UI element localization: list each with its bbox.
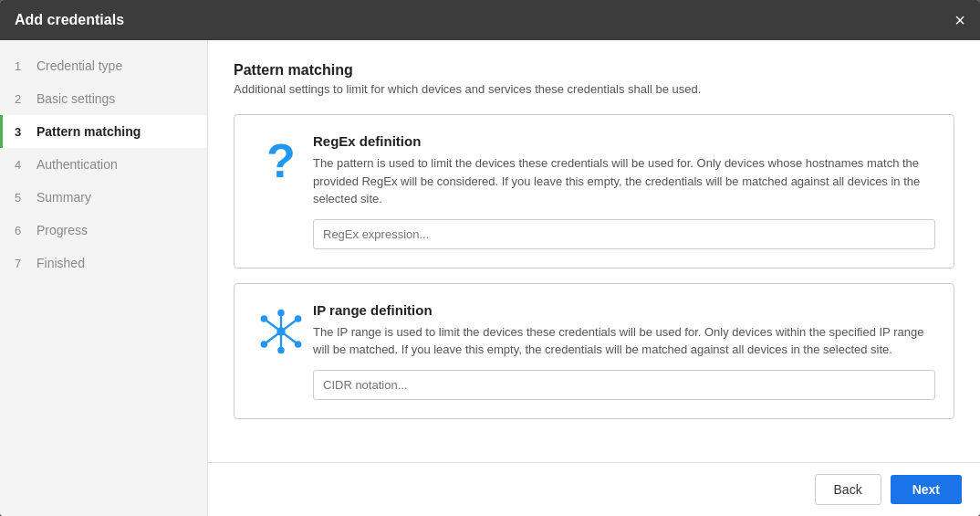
back-button[interactable]: Back: [815, 474, 881, 505]
modal-body: 1 Credential type 2 Basic settings 3 Pat…: [0, 40, 980, 516]
step-number: 6: [15, 224, 27, 237]
modal-header: Add credentials ×: [0, 0, 980, 40]
sidebar-item-label: Credential type: [36, 58, 122, 73]
sidebar-item-label: Progress: [36, 223, 88, 237]
svg-point-12: [277, 346, 284, 353]
page-title: Pattern matching: [234, 62, 954, 79]
network-icon: [249, 302, 313, 357]
svg-point-10: [295, 341, 301, 347]
question-mark-icon: ?: [249, 133, 313, 184]
ip-range-card-body: IP range definition The IP range is used…: [313, 302, 935, 400]
ip-range-card-description: The IP range is used to limit the device…: [313, 323, 935, 359]
sidebar-item-label: Summary: [36, 190, 91, 205]
close-button[interactable]: ×: [954, 11, 965, 29]
step-number: 3: [15, 125, 27, 139]
modal-title: Add credentials: [15, 12, 124, 28]
regex-card-description: The pattern is used to limit the devices…: [313, 154, 935, 208]
svg-point-7: [261, 315, 267, 321]
ip-range-definition-card: IP range definition The IP range is used…: [234, 283, 954, 419]
sidebar-item-authentication[interactable]: 4 Authentication: [0, 148, 207, 181]
sidebar-item-basic-settings[interactable]: 2 Basic settings: [0, 82, 207, 115]
regex-card-body: RegEx definition The pattern is used to …: [313, 133, 935, 249]
sidebar-item-progress[interactable]: 6 Progress: [0, 214, 207, 247]
add-credentials-modal: Add credentials × 1 Credential type 2 Ba…: [0, 0, 980, 516]
sidebar-item-label: Authentication: [36, 157, 118, 172]
svg-point-9: [261, 341, 267, 347]
step-number: 2: [15, 92, 27, 106]
sidebar: 1 Credential type 2 Basic settings 3 Pat…: [0, 40, 208, 516]
regex-definition-card: ? RegEx definition The pattern is used t…: [234, 114, 954, 269]
step-number: 1: [15, 59, 27, 73]
sidebar-item-pattern-matching[interactable]: 3 Pattern matching: [0, 115, 207, 148]
sidebar-item-credential-type[interactable]: 1 Credential type: [0, 49, 207, 82]
step-number: 7: [15, 257, 27, 270]
main-content: Pattern matching Additional settings to …: [208, 40, 980, 516]
sidebar-item-summary[interactable]: 5 Summary: [0, 181, 207, 214]
sidebar-item-label: Pattern matching: [36, 124, 141, 139]
ip-range-card-title: IP range definition: [313, 302, 935, 318]
svg-point-8: [295, 315, 301, 321]
cidr-input[interactable]: [313, 370, 935, 400]
step-number: 4: [15, 158, 27, 172]
sidebar-item-finished[interactable]: 7 Finished: [0, 247, 207, 279]
content-area: Pattern matching Additional settings to …: [208, 40, 980, 462]
step-number: 5: [15, 191, 27, 205]
next-button[interactable]: Next: [891, 475, 962, 504]
regex-card-title: RegEx definition: [313, 133, 935, 149]
sidebar-item-label: Finished: [36, 256, 85, 270]
modal-footer: Back Next: [208, 462, 980, 516]
page-subtitle: Additional settings to limit for which d…: [234, 82, 954, 96]
svg-point-11: [277, 309, 284, 315]
regex-input[interactable]: [313, 219, 935, 249]
sidebar-item-label: Basic settings: [36, 91, 115, 106]
